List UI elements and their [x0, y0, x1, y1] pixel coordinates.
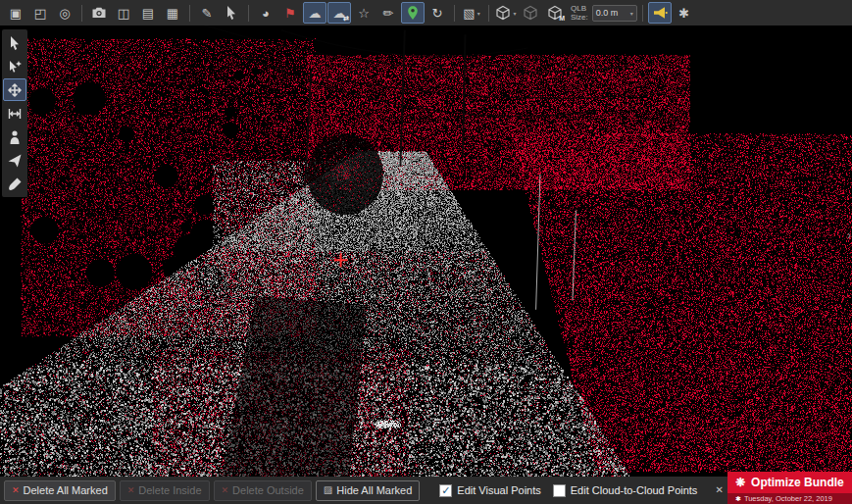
status-date-strip: ✱ Tuesday, October 22, 2019	[727, 493, 852, 504]
status-icon: ✱	[735, 495, 741, 502]
delete-inside-button: ✕Delete Inside	[120, 480, 210, 501]
location-pin-icon[interactable]	[401, 2, 425, 24]
select-tool-button[interactable]	[3, 31, 26, 54]
hide-all-marked-button[interactable]: ▨Hide All Marked	[316, 480, 421, 501]
zoom-window-icon[interactable]: ◎	[53, 2, 76, 24]
button-label: Delete Inside	[138, 484, 201, 496]
rotate-view-icon[interactable]: ↻	[426, 2, 449, 24]
station-view-tool-button[interactable]	[3, 126, 26, 148]
point-cloud-canvas[interactable]	[0, 25, 852, 477]
bundle-icon: ❋	[735, 477, 745, 488]
marked-actions-group: ✕Delete All Marked✕Delete Inside✕Delete …	[4, 480, 420, 501]
check-icon: ✓	[441, 485, 450, 496]
toolbar-separator	[189, 5, 190, 22]
delete-outside-button: ✕Delete Outside	[214, 480, 312, 501]
measure-distance-tool-button[interactable]	[3, 102, 26, 125]
star-tool-icon[interactable]: ☆	[352, 2, 376, 24]
split-view-icon[interactable]: ◫	[112, 2, 135, 24]
delete-icon: ✕	[127, 486, 135, 495]
delete-icon: ✕	[12, 486, 20, 495]
toolbar-separator	[81, 5, 82, 22]
brightness-icon[interactable]: ✱	[673, 2, 696, 24]
hide-icon: ▨	[324, 485, 332, 495]
button-label: Delete All Marked	[24, 484, 108, 496]
snapshot-camera-icon[interactable]	[87, 2, 111, 24]
checkbox-box	[553, 484, 566, 497]
bottom-action-bar: ✕Delete All Marked✕Delete Inside✕Delete …	[0, 477, 852, 504]
select-points-tool-button[interactable]	[3, 55, 26, 77]
qlb-size-select[interactable]: 0.0 m▾	[592, 5, 637, 22]
limit-box-icon[interactable]: ▾	[494, 2, 518, 24]
orbit-pan-tool-button[interactable]	[3, 78, 26, 101]
limit-box-manager-icon[interactable]: M	[543, 2, 567, 24]
app-window: ▣◰◎◫▤▦✎◕⚑☁☁⇄☆✏↻▧▾▾MQLBSize:0.0 m▾✱ › ✕De…	[0, 0, 852, 504]
optimize-bundle-button[interactable]: ❋ Optimize Bundle	[727, 472, 852, 493]
checkbox-label: Edit Cloud-to-Cloud Points	[571, 484, 698, 496]
edit-cloud-to-cloud-pointscheckbox[interactable]: Edit Cloud-to-Cloud Points	[553, 484, 698, 497]
annotate-pen-icon[interactable]: ✏	[376, 2, 400, 24]
status-date: Tuesday, October 22, 2019	[744, 494, 832, 503]
flag-marker-icon[interactable]: ⚑	[278, 2, 302, 24]
panel-expander-icon[interactable]: ›	[846, 227, 852, 244]
delete-all-marked-button[interactable]: ✕Delete All Marked	[4, 480, 116, 501]
viewport: ›	[0, 25, 852, 477]
mark-pen-icon[interactable]: ✎	[195, 2, 219, 24]
checkbox-box: ✓	[439, 484, 452, 497]
top-toolbar: ▣◰◎◫▤▦✎◕⚑☁☁⇄☆✏↻▧▾▾MQLBSize:0.0 m▾✱	[0, 0, 852, 25]
orbit-view-icon[interactable]: ◕	[254, 2, 277, 24]
toolbar-separator	[642, 5, 643, 22]
toolbar-separator	[454, 5, 455, 22]
toolbar-separator	[248, 5, 249, 22]
left-toolbar	[2, 29, 27, 197]
edit-visual-pointscheckbox[interactable]: ✓Edit Visual Points	[439, 484, 540, 497]
delete-icon: ✕	[222, 486, 229, 495]
edit-options-group: ✓Edit Visual PointsEdit Cloud-to-Cloud P…	[427, 484, 697, 497]
flashlight-icon[interactable]	[648, 2, 672, 24]
limit-box-edit-icon[interactable]	[519, 2, 542, 24]
optimize-bundle-panel: ❋ Optimize Bundle ✱ Tuesday, October 22,…	[727, 472, 852, 504]
pick-cursor-icon[interactable]	[220, 2, 243, 24]
selection-style-dropdown[interactable]: ▧▾	[460, 2, 483, 24]
close-icon: ✕	[715, 485, 723, 495]
toolbar-separator	[488, 5, 489, 22]
paint-select-tool-button[interactable]	[3, 173, 26, 195]
button-label: Delete Outside	[232, 484, 304, 496]
cloud-to-cloud-icon[interactable]: ☁⇄	[327, 2, 351, 24]
fit-screen-icon[interactable]: ◰	[28, 2, 52, 24]
point-cloud-icon[interactable]: ☁	[303, 2, 326, 24]
button-label: Hide All Marked	[336, 484, 412, 496]
grid-view-icon[interactable]: ▦	[161, 2, 184, 24]
select-rectangle-icon[interactable]: ▣	[4, 2, 27, 24]
panel-layout-icon[interactable]: ▤	[136, 2, 160, 24]
checkbox-label: Edit Visual Points	[457, 484, 540, 496]
fly-navigate-tool-button[interactable]	[3, 149, 26, 172]
qlb-size-label: QLBSize:	[571, 4, 588, 22]
optimize-bundle-label: Optimize Bundle	[751, 476, 844, 489]
